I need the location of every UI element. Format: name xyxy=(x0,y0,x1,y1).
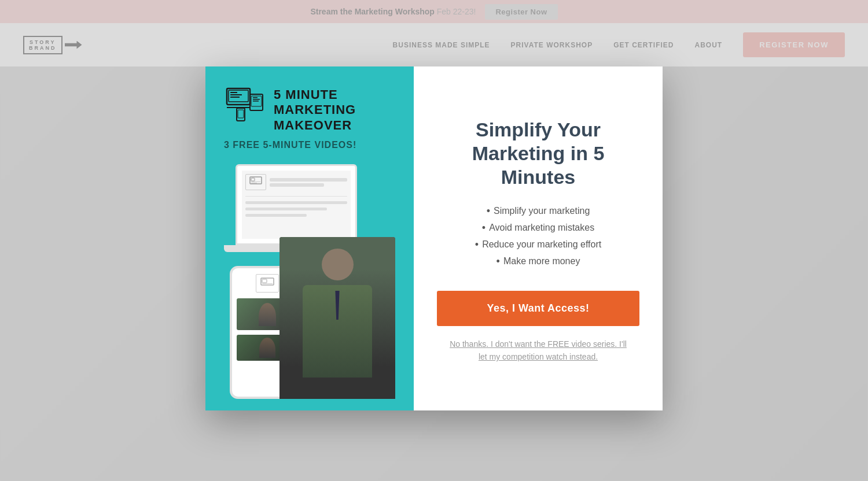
bullet-3: • xyxy=(475,239,479,251)
modal-title-text: 5 MINUTE MARKETING MAKEOVER xyxy=(274,87,356,133)
decline-link[interactable]: No thanks. I don't want the FREE video s… xyxy=(448,338,628,364)
modal-right-panel: Simplify Your Marketing in 5 Minutes • S… xyxy=(414,66,663,410)
laptop-mockup xyxy=(236,164,357,245)
bullet-4: • xyxy=(496,256,500,268)
modal-title-line3: MAKEOVER xyxy=(274,118,356,133)
laptop-screen xyxy=(242,171,351,239)
benefit-text-2: Avoid marketing mistakes xyxy=(489,223,594,233)
svg-rect-9 xyxy=(253,99,260,100)
person-photo xyxy=(279,237,395,399)
bullet-2: • xyxy=(482,222,486,234)
svg-rect-4 xyxy=(230,94,242,95)
modal: 5 MINUTE MARKETING MAKEOVER 3 FREE 5-MIN… xyxy=(205,66,663,410)
svg-rect-16 xyxy=(251,183,257,183)
modal-heading: Simplify Your Marketing in 5 Minutes xyxy=(437,118,639,188)
benefit-text-4: Make more money xyxy=(503,256,580,267)
svg-rect-6 xyxy=(250,94,263,110)
modal-left-panel: 5 MINUTE MARKETING MAKEOVER 3 FREE 5-MIN… xyxy=(205,66,414,410)
benefit-text-1: Simplify your marketing xyxy=(494,206,590,216)
svg-rect-3 xyxy=(230,92,237,93)
svg-rect-19 xyxy=(262,283,273,284)
svg-rect-10 xyxy=(253,101,259,102)
free-videos-text: 3 FREE 5-MINUTE VIDEOS! xyxy=(224,140,395,150)
benefit-item-3: • Reduce your marketing effort xyxy=(475,239,601,251)
benefit-item-1: • Simplify your marketing xyxy=(475,205,601,217)
svg-rect-18 xyxy=(262,279,267,283)
modal-title-line2: MARKETING xyxy=(274,102,356,117)
person-silhouette xyxy=(279,237,395,399)
benefit-item-2: • Avoid marketing mistakes xyxy=(475,222,601,234)
benefit-item-4: • Make more money xyxy=(475,256,601,268)
svg-rect-15 xyxy=(251,182,260,182)
modal-left-header: 5 MINUTE MARKETING MAKEOVER xyxy=(224,87,395,133)
cta-access-button[interactable]: Yes, I Want Access! xyxy=(437,291,639,326)
marketing-icon xyxy=(224,87,264,122)
benefit-text-3: Reduce your marketing effort xyxy=(482,239,601,250)
svg-rect-12 xyxy=(238,110,244,118)
svg-rect-5 xyxy=(230,97,240,98)
svg-rect-14 xyxy=(251,178,255,181)
modal-title-line1: 5 MINUTE xyxy=(274,87,356,102)
svg-rect-8 xyxy=(253,97,258,98)
bullet-1: • xyxy=(487,205,490,217)
benefits-list: • Simplify your marketing • Avoid market… xyxy=(475,205,601,272)
devices-mockup xyxy=(224,164,395,399)
